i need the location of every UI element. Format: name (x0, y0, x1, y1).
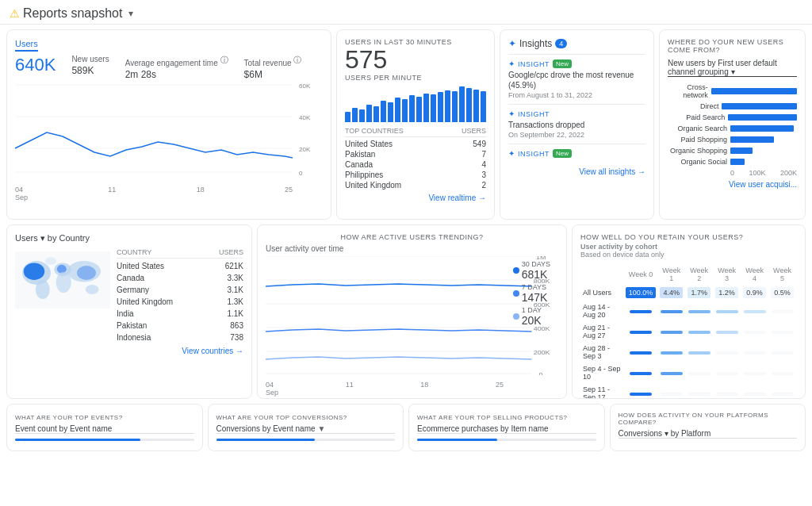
bottom-products-dropdown[interactable]: Ecommerce purchases by Item name (417, 424, 596, 434)
bar-item (459, 86, 465, 122)
cohort-cell (769, 343, 795, 362)
bar-item (431, 94, 436, 122)
cohort-cell (741, 301, 768, 320)
bottom-conversions-bar (216, 439, 315, 441)
cohort-th-w3: Week 3 (714, 265, 740, 284)
metrics-top: 640K New users 589K Average engagement t… (15, 55, 323, 80)
bar-item (366, 105, 372, 123)
bottom-products-chart (417, 439, 596, 441)
cohort-card: HOW WELL DO YOU RETAIN YOUR USERS? User … (572, 224, 806, 399)
country-row-1: United States 549 (345, 139, 486, 149)
cohort-cell (714, 301, 740, 320)
svg-text:60K: 60K (299, 82, 311, 90)
main-metric: 640K (15, 55, 56, 80)
cohort-cell (686, 301, 712, 320)
cohort-cell-label: Aug 28 - Sep 3 (582, 343, 623, 362)
country-list-row: Indonesia 738 (117, 332, 243, 343)
acquisition-card: WHERE DO YOUR NEW USERS COME FROM? New u… (659, 29, 806, 220)
page-title: Reports snapshot (23, 6, 122, 21)
country-list-row: Pakistan 863 (117, 320, 243, 332)
header-dropdown[interactable]: ▾ (128, 8, 133, 19)
view-acquisition-link[interactable]: View user acquisi... (668, 180, 797, 189)
acq-label: Cross-network (668, 83, 708, 99)
bar-item (381, 101, 386, 122)
acq-bar-organic-search: Organic Search (668, 125, 797, 132)
bottom-events-bar (15, 439, 140, 441)
country-row-3: Canada 4 (345, 159, 486, 170)
insights-badge: 4 (555, 39, 567, 48)
acq-bar (722, 103, 797, 109)
info-icon-engagement: ⓘ (220, 56, 228, 64)
chart-legend: 30 DAYS 681K 7 DAYS 147K (513, 260, 550, 329)
top-row: Users 640K New users 589K Average engage… (6, 29, 806, 220)
bar-item (445, 90, 450, 123)
bar-item (423, 94, 429, 122)
insight-date-2: On September 22, 2022 (508, 131, 645, 139)
cohort-row-aug21: Aug 21 - Aug 27 (582, 322, 795, 341)
warning-icon: ⚠ (10, 7, 20, 20)
bar-item (395, 98, 400, 123)
cohort-cell (741, 343, 768, 362)
view-realtime-link[interactable]: View realtime → (345, 194, 486, 202)
legend-7days: 7 DAYS 147K (513, 283, 550, 304)
middle-row: Users ▾ by Country (6, 224, 806, 399)
cohort-cell: 1.7% (686, 286, 712, 300)
countries-list: COUNTRY USERS United States 621K Canada … (117, 248, 243, 343)
insights-title: Insights (519, 38, 552, 49)
svg-point-16 (77, 266, 96, 280)
cohort-cell-label: Sep 4 - Sep 10 (582, 363, 623, 382)
insights-icon: ✦ (508, 38, 516, 49)
bar-item (402, 99, 408, 122)
view-insights-link[interactable]: View all insights → (508, 167, 645, 176)
insight-label-2: INSIGHT (518, 110, 550, 118)
country-row-2: Pakistan 7 (345, 149, 486, 159)
svg-text:0: 0 (299, 170, 303, 177)
acq-bar-cross-network: Cross-network (668, 83, 797, 99)
bottom-conversions-chart (216, 439, 396, 441)
chart-x-labels: 04Sep 11 18 25 (15, 184, 293, 201)
country-list-row: United States 621K (117, 260, 243, 272)
cohort-cell-label: Aug 21 - Aug 27 (582, 322, 623, 341)
acq-x-axis: 0 100K 200K (668, 169, 797, 177)
new-users-label: New users (71, 55, 109, 63)
bottom-card-conversions: WHAT ARE YOUR TOP CONVERSIONS? Conversio… (208, 404, 404, 451)
view-countries-link[interactable]: View countries → (15, 347, 243, 355)
info-icon-revenue: ⓘ (293, 56, 301, 64)
cohort-th-w0: Week 0 (625, 265, 657, 284)
acquisition-dropdown[interactable]: New users by First user default channel … (668, 59, 797, 77)
acq-bar (711, 88, 797, 94)
cohort-cell (714, 343, 740, 362)
acq-bar-paid-search: Paid Search (668, 113, 797, 121)
legend-dot-30days (513, 267, 519, 274)
plus-icon-1: ✦ (508, 59, 515, 68)
cohort-th-w1: Week 1 (658, 265, 684, 284)
cohort-cell-label: All Users (582, 286, 623, 300)
bar-item (416, 97, 422, 122)
acq-bar (730, 136, 774, 143)
bottom-platforms-dropdown[interactable]: Conversions ▾ by Platform (619, 429, 798, 439)
bottom-events-dropdown[interactable]: Event count by Event name (15, 424, 194, 434)
users-tab[interactable]: Users (15, 39, 38, 52)
bottom-card-events: WHAT ARE YOUR TOP EVENTS? Event count by… (6, 404, 203, 451)
cohort-cell (686, 322, 712, 341)
bar-item (373, 106, 379, 122)
cohort-cell-label: Aug 14 - Aug 20 (582, 301, 623, 320)
insight-text-2: Transactions dropped (508, 120, 645, 130)
cohort-cell: 1.2% (714, 286, 740, 300)
bar-item (438, 92, 443, 122)
cohort-th-w2: Week 2 (686, 265, 712, 284)
main-metric-value: 640K (15, 55, 56, 75)
bottom-conversions-dropdown[interactable]: Conversions by Event name ▼ (216, 424, 396, 434)
acq-bar (730, 125, 794, 132)
country-row-5: United Kingdom 2 (345, 180, 486, 190)
cohort-cell (686, 363, 712, 382)
bottom-row: WHAT ARE YOUR TOP EVENTS? Event count by… (6, 404, 806, 451)
cohort-cell (658, 384, 684, 399)
bottom-events-title: WHAT ARE YOUR TOP EVENTS? (15, 414, 194, 421)
cohort-cell (658, 322, 684, 341)
cohort-th-w4: Week 4 (741, 265, 768, 284)
acq-bar-organic-shopping: Organic Shopping (668, 147, 797, 155)
cohort-cell: 100.0% (625, 286, 657, 300)
engagement-label: Average engagement time ⓘ (125, 55, 228, 67)
cohort-row-all-users: All Users 100.0% 4.4% 1.7% 1.2% 0.9% 0.5… (582, 286, 795, 300)
